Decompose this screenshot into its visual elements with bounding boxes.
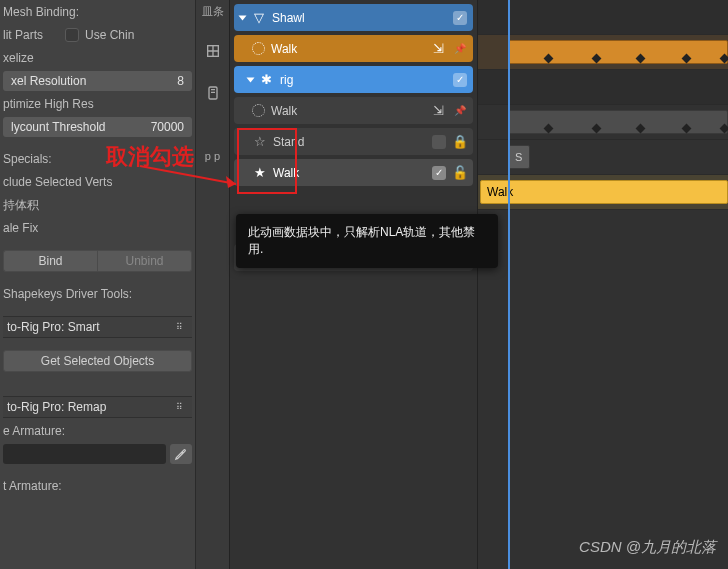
properties-panel: Mesh Binding: lit Parts Use Chin xelize …: [0, 0, 196, 569]
clip-walk-active[interactable]: Walk: [480, 180, 728, 204]
clip-stand[interactable]: S: [508, 145, 530, 169]
header-remap[interactable]: to-Rig Pro: Remap: [3, 396, 192, 418]
clip-walk-rig[interactable]: [508, 110, 728, 134]
label-lit-parts: lit Parts: [3, 28, 59, 42]
clip-walk-shawl[interactable]: [508, 40, 728, 64]
header-smart[interactable]: to-Rig Pro: Smart: [3, 316, 192, 338]
pushdown-icon[interactable]: ⇲: [431, 41, 446, 56]
strip-label-1[interactable]: 皿条: [202, 6, 224, 17]
unbind-button[interactable]: Unbind: [97, 250, 192, 272]
playhead[interactable]: [508, 0, 510, 569]
settings-icon[interactable]: [205, 85, 221, 101]
lock-icon[interactable]: 🔒: [452, 134, 467, 149]
watermark: CSDN @九月的北落: [579, 538, 716, 557]
label-use-chin: Use Chin: [85, 28, 134, 42]
nla-timeline[interactable]: S Walk: [478, 0, 728, 569]
object-icon: ▽: [251, 10, 266, 25]
label-shapekeys: Shapekeys Driver Tools:: [3, 287, 132, 301]
eyedropper-icon[interactable]: [170, 444, 192, 464]
drag-icon[interactable]: [176, 322, 192, 332]
label-specials: Specials:: [3, 152, 52, 166]
checkbox-rig[interactable]: [453, 73, 467, 87]
pin-icon[interactable]: [452, 41, 467, 56]
action-icon: [252, 42, 265, 55]
get-selected-button[interactable]: Get Selected Objects: [3, 350, 192, 372]
track-walk-1[interactable]: Walk ⇲: [234, 35, 473, 62]
bind-button[interactable]: Bind: [3, 250, 97, 272]
nla-tree: ▽ Shawl Walk ⇲ ✱ rig Walk ⇲ ☆ Stand 🔒: [230, 0, 478, 569]
label-mesh-binding: Mesh Binding:: [3, 5, 79, 19]
label-scale-fix: ale Fix: [3, 221, 38, 235]
svg-line-2: [140, 166, 236, 184]
field-xel-resolution[interactable]: xel Resolution 8: [3, 71, 192, 91]
field-polycount[interactable]: lycount Threshold 70000: [3, 117, 192, 137]
label-xelize: xelize: [3, 51, 34, 65]
armature-icon: ✱: [259, 72, 274, 87]
transform-icon[interactable]: [205, 43, 221, 59]
label-exclude-verts: clude Selected Verts: [3, 175, 112, 189]
disclosure-icon[interactable]: [247, 77, 255, 82]
track-rig[interactable]: ✱ rig: [234, 66, 473, 93]
track-walk-2[interactable]: Walk ⇲: [234, 97, 473, 124]
pushdown-icon[interactable]: ⇲: [431, 103, 446, 118]
pin-icon[interactable]: [452, 103, 467, 118]
vertical-toolbar: 皿条 p p: [196, 0, 230, 569]
e-armature-field[interactable]: [3, 444, 166, 464]
checkbox-shawl[interactable]: [453, 11, 467, 25]
tooltip: 此动画数据块中，只解析NLA轨道，其他禁用.: [236, 214, 498, 268]
disclosure-icon[interactable]: [239, 15, 247, 20]
label-optimize: ptimize High Res: [3, 97, 94, 111]
track-shawl[interactable]: ▽ Shawl: [234, 4, 473, 31]
checkbox-walk3[interactable]: [432, 166, 446, 180]
checkbox-stand[interactable]: [432, 135, 446, 149]
svg-marker-3: [226, 176, 236, 188]
annotation-arrow: [136, 158, 254, 198]
action-icon: [252, 104, 265, 117]
drag-icon[interactable]: [176, 402, 192, 412]
label-t-armature: t Armature:: [3, 479, 62, 493]
label-keep-volume: 持体积: [3, 197, 39, 214]
label-e-armature: e Armature:: [3, 424, 65, 438]
checkbox-use-chin[interactable]: [65, 28, 79, 42]
lock-icon[interactable]: 🔓: [452, 165, 467, 180]
